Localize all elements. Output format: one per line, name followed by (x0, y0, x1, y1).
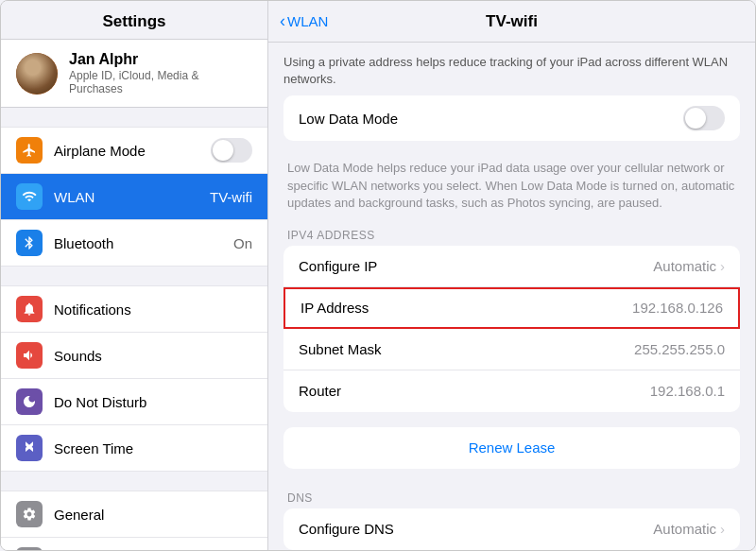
screentime-icon (16, 435, 43, 461)
sidebar-group-2: Notifications Sounds Do Not Disturb Scre… (1, 285, 267, 472)
main-header: ‹ WLAN TV-wifi (268, 1, 755, 43)
ipv4-card: Configure IP Automatic › IP Address 192.… (284, 246, 740, 412)
profile-name: Jan Alphr (69, 51, 252, 68)
sidebar-item-general[interactable]: General (1, 491, 267, 538)
configure-ip-label: Configure IP (299, 258, 653, 274)
sidebar-profile[interactable]: Jan Alphr Apple ID, iCloud, Media & Purc… (1, 40, 267, 108)
configure-dns-chevron-icon: › (720, 521, 725, 537)
subnet-mask-label: Subnet Mask (299, 341, 634, 357)
airplane-icon (16, 137, 43, 164)
ipv4-section-header: IPV4 ADDRESS (284, 221, 740, 246)
general-label: General (54, 507, 252, 523)
configure-ip-row[interactable]: Configure IP Automatic › (284, 246, 740, 287)
wlan-value: TV-wifi (210, 189, 252, 205)
wlan-label: WLAN (54, 189, 210, 205)
general-icon (16, 501, 43, 527)
sidebar-title: Settings (102, 12, 165, 30)
sounds-icon (16, 342, 43, 369)
back-label: WLAN (287, 13, 328, 29)
main-content: ‹ WLAN TV-wifi Using a private address h… (268, 1, 755, 550)
back-button[interactable]: ‹ WLAN (280, 11, 328, 31)
router-row[interactable]: Router 192.168.0.1 (284, 370, 740, 412)
bluetooth-icon (16, 230, 43, 256)
low-data-mode-toggle[interactable] (683, 106, 725, 130)
low-data-mode-card: Low Data Mode (284, 95, 740, 141)
sidebar-item-wlan[interactable]: WLAN TV-wifi (1, 174, 267, 220)
sidebar-item-controlcenter[interactable]: Control Center (1, 538, 267, 550)
dns-card: Configure DNS Automatic › (284, 508, 740, 550)
configure-dns-value: Automatic › (653, 521, 725, 537)
controlcenter-icon (16, 547, 43, 550)
configure-dns-label: Configure DNS (299, 521, 653, 537)
ip-address-row[interactable]: IP Address 192.168.0.126 (284, 287, 740, 329)
donotdisturb-icon (16, 388, 43, 415)
configure-ip-chevron-icon: › (720, 258, 725, 274)
router-value: 192.168.0.1 (650, 383, 725, 399)
renew-lease-label[interactable]: Renew Lease (469, 439, 556, 456)
renew-lease-card: Renew Lease (284, 427, 740, 469)
low-data-mode-row[interactable]: Low Data Mode (284, 95, 740, 141)
profile-subtitle: Apple ID, iCloud, Media & Purchases (69, 69, 252, 95)
sidebar-item-notifications[interactable]: Notifications (1, 285, 267, 333)
screentime-label: Screen Time (54, 440, 252, 456)
notifications-icon (16, 296, 43, 322)
sidebar-item-airplane[interactable]: Airplane Mode (1, 127, 267, 174)
airplane-label: Airplane Mode (54, 143, 211, 159)
subnet-mask-row[interactable]: Subnet Mask 255.255.255.0 (284, 329, 740, 370)
sidebar: Settings Jan Alphr Apple ID, iCloud, Med… (1, 1, 268, 550)
main-body: Using a private address helps reduce tra… (268, 43, 755, 550)
avatar (16, 53, 58, 95)
low-data-mode-label: Low Data Mode (299, 111, 683, 127)
subnet-mask-value: 255.255.255.0 (634, 341, 725, 357)
low-data-description: Low Data Mode helps reduce your iPad dat… (284, 156, 740, 221)
sidebar-item-bluetooth[interactable]: Bluetooth On (1, 220, 267, 267)
back-chevron-icon: ‹ (280, 11, 285, 31)
sidebar-group-3: General Control Center Display & Brightn… (1, 491, 267, 550)
ip-address-label: IP Address (301, 300, 632, 316)
bluetooth-label: Bluetooth (54, 235, 233, 251)
bluetooth-value: On (233, 235, 252, 251)
configure-dns-row[interactable]: Configure DNS Automatic › (284, 508, 740, 550)
wifi-icon (16, 183, 43, 210)
profile-info: Jan Alphr Apple ID, iCloud, Media & Purc… (69, 51, 252, 95)
sounds-label: Sounds (54, 348, 252, 364)
configure-ip-value: Automatic › (653, 258, 725, 274)
ip-address-value: 192.168.0.126 (632, 300, 723, 316)
router-label: Router (299, 383, 650, 399)
notifications-label: Notifications (54, 301, 252, 318)
sidebar-header: Settings (1, 1, 267, 40)
donotdisturb-label: Do Not Disturb (54, 394, 252, 410)
main-title: TV-wifi (486, 12, 538, 31)
sidebar-item-sounds[interactable]: Sounds (1, 333, 267, 379)
sidebar-item-donotdisturb[interactable]: Do Not Disturb (1, 379, 267, 425)
airplane-toggle[interactable] (211, 138, 252, 163)
sidebar-item-screentime[interactable]: Screen Time (1, 425, 267, 472)
renew-lease-row[interactable]: Renew Lease (284, 427, 740, 469)
sidebar-group-1: Airplane Mode WLAN TV-wifi Bluetooth On (1, 127, 267, 267)
info-text: Using a private address helps reduce tra… (284, 43, 740, 95)
dns-section-header: DNS (284, 484, 740, 508)
